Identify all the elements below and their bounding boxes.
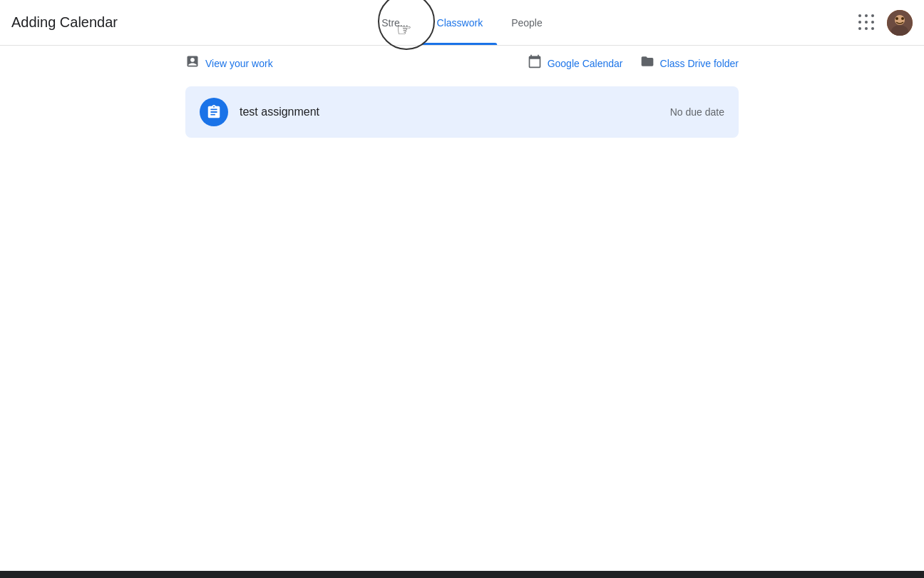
toolbar-right: Google Calendar Class Drive folder: [528, 54, 739, 72]
view-your-work-label: View your work: [205, 58, 273, 69]
bottom-bar: [0, 571, 924, 578]
assignment-due-date: No due date: [670, 106, 724, 118]
apps-grid-icon: [858, 14, 876, 31]
avatar-image: [887, 10, 913, 36]
tab-classwork[interactable]: Classwork: [423, 0, 498, 45]
app-title: Adding Calendar: [11, 14, 118, 31]
assignments-list: test assignment No due date: [0, 81, 924, 149]
class-drive-folder-label: Class Drive folder: [660, 58, 739, 69]
svg-point-4: [901, 17, 904, 20]
svg-point-3: [895, 17, 898, 20]
user-avatar[interactable]: [887, 10, 913, 36]
header: Adding Calendar Stre... Classwork People…: [0, 0, 924, 46]
nav-tabs: Stre... Classwork People: [367, 0, 557, 45]
google-calendar-label: Google Calendar: [548, 58, 623, 69]
toolbar-left: View your work: [185, 54, 273, 72]
google-calendar-button[interactable]: Google Calendar: [528, 54, 623, 72]
tab-people[interactable]: People: [497, 0, 557, 45]
class-drive-folder-button[interactable]: Class Drive folder: [640, 54, 739, 72]
folder-icon: [640, 54, 654, 72]
tab-stream[interactable]: Stre...: [367, 0, 422, 45]
assignment-icon: [200, 98, 228, 126]
assignment-item[interactable]: test assignment No due date: [185, 86, 739, 138]
google-apps-button[interactable]: [853, 9, 881, 37]
view-your-work-button[interactable]: View your work: [185, 54, 273, 72]
clipboard-icon: [206, 104, 222, 120]
assignments-icon: [185, 54, 200, 72]
toolbar: View your work Google Calendar Class Dri…: [0, 46, 924, 81]
header-right: [853, 9, 913, 37]
assignment-title: test assignment: [240, 106, 670, 118]
calendar-icon: [528, 54, 542, 72]
